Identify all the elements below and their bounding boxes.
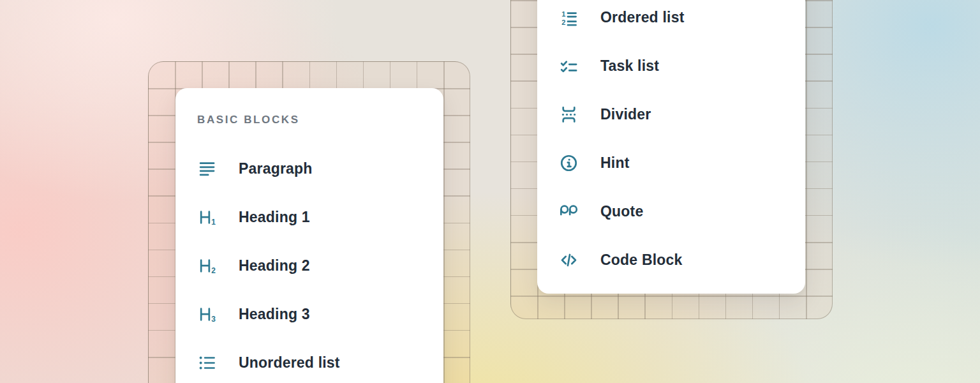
- basic-blocks-items: Paragraph1Heading 12Heading 23Heading 3U…: [197, 144, 422, 383]
- menu-item-paragraph[interactable]: Paragraph: [197, 144, 422, 193]
- menu-item-label: Divider: [600, 107, 651, 122]
- heading-3-icon: 3: [197, 304, 217, 324]
- menu-item-label: Heading 2: [239, 259, 310, 273]
- hint-icon: [559, 153, 579, 173]
- menu-item-task-list[interactable]: Task list: [559, 41, 783, 90]
- code-block-icon: [559, 250, 579, 270]
- menu-item-unordered-list[interactable]: Unordered list: [197, 338, 422, 383]
- svg-text:1: 1: [561, 10, 565, 17]
- menu-item-hint[interactable]: Hint: [559, 139, 783, 187]
- paragraph-icon: [197, 159, 217, 179]
- divider-icon: [559, 105, 579, 124]
- menu-item-label: Paragraph: [239, 161, 313, 176]
- svg-text:1: 1: [211, 217, 216, 226]
- svg-text:3: 3: [211, 314, 216, 323]
- menu-item-label: Hint: [600, 156, 630, 170]
- menu-item-label: Quote: [600, 204, 643, 219]
- menu-item-quote[interactable]: Quote: [559, 187, 783, 236]
- quote-icon: [559, 202, 579, 222]
- unordered-list-icon: [197, 353, 217, 373]
- menu-item-heading-2[interactable]: 2Heading 2: [197, 241, 422, 290]
- menu-item-label: Ordered list: [600, 10, 685, 25]
- menu-item-heading-3[interactable]: 3Heading 3: [197, 290, 422, 338]
- section-label-basic-blocks: BASIC BLOCKS: [197, 114, 422, 126]
- heading-2-icon: 2: [197, 256, 217, 276]
- menu-item-divider[interactable]: Divider: [559, 90, 783, 139]
- basic-blocks-menu: BASIC BLOCKS Paragraph1Heading 12Heading…: [175, 88, 443, 383]
- ordered-list-icon: 12: [559, 8, 579, 27]
- menu-item-label: Heading 1: [239, 210, 310, 225]
- svg-text:2: 2: [211, 266, 216, 274]
- menu-item-heading-1[interactable]: 1Heading 1: [197, 193, 422, 241]
- svg-text:2: 2: [561, 18, 565, 26]
- menu-item-label: Heading 3: [239, 307, 310, 322]
- task-list-icon: [559, 56, 579, 76]
- more-blocks-menu: 12Ordered listTask listDividerHintQuoteC…: [537, 0, 805, 294]
- menu-item-code-block[interactable]: Code Block: [559, 236, 783, 284]
- menu-item-ordered-list[interactable]: 12Ordered list: [559, 0, 783, 41]
- scene: BASIC BLOCKS Paragraph1Heading 12Heading…: [0, 0, 980, 383]
- menu-item-label: Code Block: [600, 253, 683, 267]
- menu-item-label: Unordered list: [239, 356, 340, 370]
- more-blocks-items: 12Ordered listTask listDividerHintQuoteC…: [559, 0, 783, 284]
- menu-item-label: Task list: [600, 59, 659, 73]
- heading-1-icon: 1: [197, 207, 217, 227]
